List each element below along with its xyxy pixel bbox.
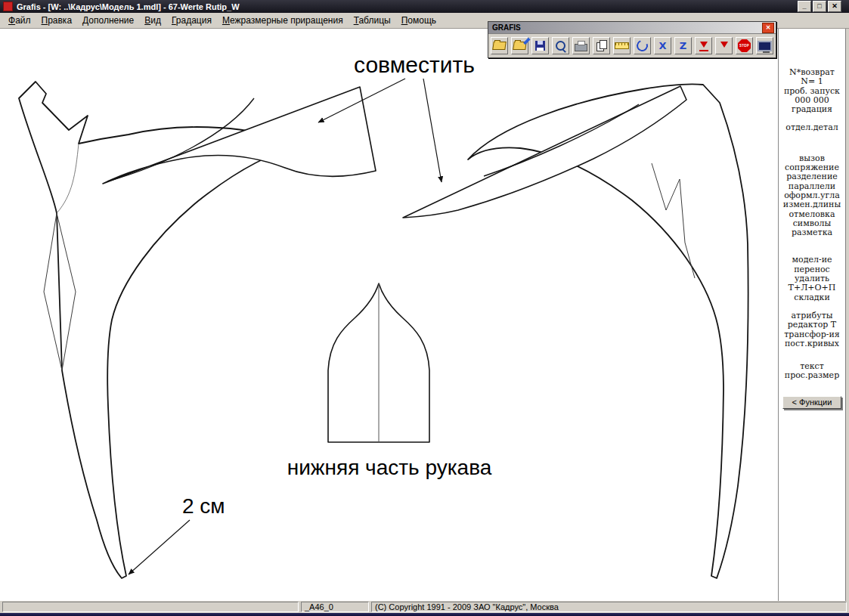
cmd-transformation[interactable]: трансфор-ия xyxy=(779,330,844,339)
menu-edit[interactable]: Правка xyxy=(36,14,78,27)
toolbox-close-button[interactable]: ✕ xyxy=(762,23,774,33)
cmd-editor-t[interactable]: редактор Т xyxy=(779,320,844,330)
menu-addition[interactable]: Дополнение xyxy=(77,14,139,27)
z-tool-button[interactable]: Z xyxy=(674,37,692,54)
copy-window-button[interactable] xyxy=(593,37,610,54)
screen-button[interactable] xyxy=(756,37,773,54)
cmd-pleats[interactable]: складки xyxy=(779,293,844,302)
close-button[interactable]: ✕ xyxy=(828,1,841,12)
taskbar-edge xyxy=(0,613,849,616)
ruler-icon xyxy=(615,42,629,49)
import-file-button[interactable] xyxy=(511,37,528,54)
menu-grading[interactable]: Градация xyxy=(166,14,217,27)
status-model-code: _A46_0 xyxy=(301,602,369,612)
cmd-view-sizes[interactable]: прос.размер xyxy=(779,371,844,380)
stop-button[interactable]: STOP xyxy=(736,37,753,54)
print-button[interactable] xyxy=(572,37,590,54)
pattern-piece-lower-sleeve xyxy=(328,283,429,442)
menu-intersize-increments[interactable]: Межразмерные приращения xyxy=(217,14,349,27)
cmd-curves[interactable]: пост.кривых xyxy=(779,339,844,348)
label-measure-2cm: 2 см xyxy=(182,494,225,518)
printer-icon xyxy=(575,44,587,51)
function-panel: N*возврат N= 1 проб. запуск 000 000 град… xyxy=(779,29,845,601)
arrow-down-bar-icon xyxy=(699,41,709,51)
floppy-save-icon xyxy=(535,41,545,51)
label-align: совместить xyxy=(354,52,475,77)
download-button[interactable] xyxy=(715,37,733,54)
x-tool-icon: X xyxy=(658,41,666,51)
pattern-piece-right-body xyxy=(468,84,748,578)
stop-sign-icon: STOP xyxy=(738,39,751,52)
monitor-icon xyxy=(758,41,772,51)
cmd-marking[interactable]: разметка xyxy=(779,228,844,237)
functions-button[interactable]: < Функции xyxy=(782,396,841,409)
toolbox-button-row: X Z STOP xyxy=(488,34,776,57)
cmd-separate-detail[interactable]: отдел.детал xyxy=(779,123,844,132)
copy-window-icon xyxy=(596,42,604,51)
zoom-x-button[interactable]: X xyxy=(654,37,671,54)
title-bar: Grafis - [W: ..\Кадрус\Модель 1.mdl] - 6… xyxy=(0,0,849,13)
cmd-division[interactable]: разделение xyxy=(779,172,844,181)
open-file-button[interactable] xyxy=(491,37,508,54)
cmd-n-value[interactable]: N= 1 xyxy=(779,77,844,86)
cmd-change-length[interactable]: измен.длины xyxy=(779,200,844,209)
grafis-window: Grafis - [W: ..\Кадрус\Модель 1.mdl] - 6… xyxy=(0,0,849,616)
magnifier-icon xyxy=(556,41,565,51)
folder-pen-icon xyxy=(513,42,527,50)
refresh-button[interactable] xyxy=(634,37,651,54)
open-folder-icon xyxy=(492,42,507,50)
status-copyright: (C) Copyright 1991 - 2009 ЗАО "Кадрус", … xyxy=(371,602,847,612)
arrow-down-icon xyxy=(719,41,730,51)
import-down-button[interactable] xyxy=(695,37,712,54)
save-button[interactable] xyxy=(531,37,549,54)
menu-tables[interactable]: Таблицы xyxy=(349,14,396,27)
label-lower-sleeve: нижняя часть рукава xyxy=(287,456,492,479)
window-title: Grafis - [W: ..\Кадрус\Модель 1.mdl] - 6… xyxy=(17,2,798,11)
menu-file[interactable]: Файл xyxy=(3,14,36,27)
status-bar: _A46_0 (C) Copyright 1991 - 2009 ЗАО "Ка… xyxy=(0,601,849,613)
pattern-canvas[interactable]: совместить нижняя часть рукава 2 см xyxy=(0,29,779,601)
refresh-icon xyxy=(635,39,650,54)
minimize-button[interactable]: _ xyxy=(798,1,811,12)
measure-button[interactable] xyxy=(613,37,631,54)
zoom-button[interactable] xyxy=(552,37,569,54)
app-icon xyxy=(3,2,13,11)
cmd-tlop[interactable]: Т+Л+О+П xyxy=(779,283,844,293)
toolbox-title-bar[interactable]: GRAFIS ✕ xyxy=(488,22,776,34)
cmd-chalk[interactable]: отмеловка xyxy=(779,210,844,219)
toolbox-title: GRAFIS xyxy=(492,23,762,32)
status-field-empty xyxy=(2,602,299,612)
maximize-button[interactable]: □ xyxy=(813,1,826,12)
grafis-toolbox: GRAFIS ✕ X Z STOP xyxy=(488,21,776,58)
measure-arrow xyxy=(129,520,190,574)
menu-help[interactable]: Помощь xyxy=(396,14,442,27)
menu-view[interactable]: Вид xyxy=(139,14,166,27)
align-arrow-right xyxy=(423,79,442,182)
cmd-grading[interactable]: градация xyxy=(779,105,844,114)
z-tool-icon: Z xyxy=(680,41,686,51)
cmd-modeling[interactable]: модел-ие xyxy=(779,255,844,265)
window-frame-right xyxy=(845,29,849,601)
